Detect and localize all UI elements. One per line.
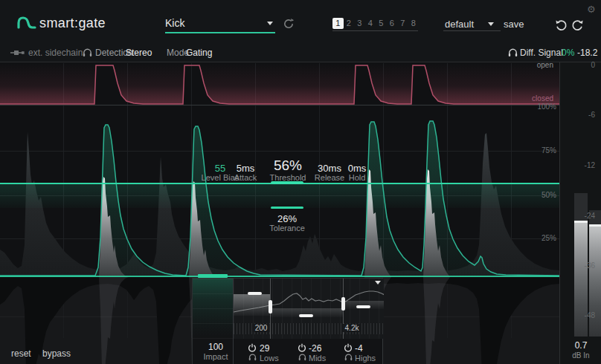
highs-gain-handle[interactable]	[356, 305, 370, 308]
impact-slider-handle[interactable]	[198, 274, 228, 278]
lows-gain-handle[interactable]	[248, 292, 262, 295]
release-label: Release	[315, 173, 344, 182]
preset-slot-2[interactable]: 2	[344, 18, 355, 29]
mids-power-icon[interactable]	[298, 343, 306, 352]
diff-signal-label[interactable]: Diff. Signal	[520, 48, 563, 58]
eq-band-display: 200 4.2k	[234, 279, 384, 339]
preset-slot-1[interactable]: 1	[332, 18, 344, 29]
lows-gain-value[interactable]: 29	[260, 343, 269, 354]
preset-slot-7[interactable]: 7	[397, 18, 408, 29]
waveform-baseline	[0, 276, 559, 277]
tolerance-label: Tolerance	[269, 224, 305, 233]
db-scale-6: -6	[588, 111, 595, 119]
hold-label: Hold	[349, 173, 366, 182]
preset-slot-4[interactable]: 4	[365, 18, 376, 29]
impact-slider-track[interactable]	[193, 279, 233, 339]
release-value[interactable]: 30ms	[318, 163, 341, 174]
panel-collapse-icon[interactable]	[375, 281, 381, 285]
smart-gate-plugin-window: smart:gate Kick 1 2 3 4 5 6 7 8 default …	[0, 0, 601, 364]
attack-value[interactable]: 5ms	[237, 163, 255, 174]
gate-closed-label: closed	[532, 94, 553, 103]
highs-label: Highs	[355, 354, 376, 363]
level-25-label: 25%	[541, 234, 556, 242]
preset-bank-select[interactable]: default	[445, 19, 474, 30]
reset-button[interactable]: reset	[11, 348, 31, 359]
level-75-label: 75%	[541, 146, 556, 155]
threshold-label: Threshold	[270, 173, 306, 182]
tolerance-zone	[0, 184, 559, 208]
level-50-label: 50%	[541, 191, 556, 199]
highs-power-icon[interactable]	[344, 343, 353, 352]
diff-signal-headphone-icon[interactable]	[508, 48, 518, 57]
mids-label: Mids	[309, 354, 326, 363]
mids-solo-headphone-icon[interactable]	[298, 354, 306, 361]
impact-value[interactable]: 100	[202, 342, 229, 352]
gate-open-label: open	[537, 61, 553, 69]
highs-gain-value[interactable]: -4	[355, 343, 363, 354]
attack-label: Attack	[234, 173, 257, 182]
highs-solo-headphone-icon[interactable]	[344, 354, 353, 361]
header-bar: smart:gate Kick 1 2 3 4 5 6 7 8 default …	[0, 0, 601, 62]
mode-value[interactable]: Gating	[186, 48, 212, 58]
sonible-logo-icon	[16, 15, 37, 30]
mids-gain-value[interactable]: -26	[309, 343, 321, 354]
spectral-shaping-panel: 200 4.2k 100 Impact 29 Lows -26	[192, 278, 383, 364]
lows-power-icon[interactable]	[248, 343, 257, 352]
band-controls-row: 100 Impact 29 Lows -26 Mids	[193, 339, 384, 364]
db-scale-36: -36	[585, 261, 595, 270]
bypass-button[interactable]: bypass	[42, 348, 71, 359]
gate-envelope-fill	[0, 63, 559, 104]
bank-underline	[443, 30, 501, 31]
undo-icon[interactable]	[555, 19, 568, 32]
save-button[interactable]: save	[504, 19, 524, 30]
input-level-value: 0.7	[564, 340, 598, 351]
diff-signal-value: 0%	[562, 48, 574, 58]
preset-slot-8[interactable]: 8	[408, 18, 420, 29]
mids-gain-handle[interactable]	[299, 314, 313, 317]
preset-refresh-icon[interactable]	[283, 18, 295, 30]
preset-name[interactable]: Kick	[165, 17, 184, 29]
threshold-value[interactable]: 56%	[274, 157, 302, 174]
db-scale-0: 0	[591, 61, 595, 69]
redo-icon[interactable]	[571, 19, 584, 32]
level-bias-value[interactable]: 55	[215, 163, 225, 174]
preset-slot-5[interactable]: 5	[376, 18, 387, 29]
db-scale-24: -24	[585, 212, 595, 220]
detection-headphone-icon[interactable]	[83, 48, 92, 57]
level-100-label: 100%	[537, 103, 556, 111]
crossover-low-value[interactable]: 200	[253, 324, 270, 332]
db-scale-12: -12	[585, 161, 595, 169]
input-level-unit: dB In	[564, 351, 598, 360]
ext-sidechain-jack-icon[interactable]	[10, 50, 26, 56]
crossover-high-value[interactable]: 4.2k	[343, 324, 361, 332]
tolerance-value[interactable]: 26%	[277, 213, 297, 224]
plugin-title: smart:gate	[39, 16, 106, 31]
preset-underline	[165, 32, 275, 33]
db-scale-48: -48	[585, 311, 595, 319]
preset-chevron-down-icon[interactable]	[267, 22, 273, 25]
bank-chevron-down-icon[interactable]	[488, 22, 494, 26]
impact-label: Impact	[202, 352, 229, 361]
detection-mode-value[interactable]: Stereo	[126, 48, 152, 58]
preset-slot-3[interactable]: 3	[354, 18, 365, 29]
crossover-high-handle[interactable]	[341, 297, 345, 311]
meter-bar-right	[589, 224, 601, 337]
settings-gear-icon[interactable]: ⚙	[587, 4, 596, 15]
hold-value[interactable]: 0ms	[348, 163, 367, 174]
tolerance-handle[interactable]	[271, 207, 303, 209]
input-reduction-value: -18.2	[577, 48, 597, 58]
preset-slot-6[interactable]: 6	[387, 18, 398, 29]
lows-label: Lows	[260, 354, 279, 363]
ext-sidechain-toggle[interactable]: ext. sidechain	[28, 48, 83, 58]
lows-solo-headphone-icon[interactable]	[248, 354, 257, 361]
input-level-meter: 0 -6 -12 -24 -36 -48 0.7 dB In	[559, 62, 601, 364]
preset-slot-list: 1 2 3 4 5 6 7 8	[332, 18, 419, 29]
slots-underline	[332, 30, 418, 31]
crossover-low-handle[interactable]	[269, 300, 272, 313]
